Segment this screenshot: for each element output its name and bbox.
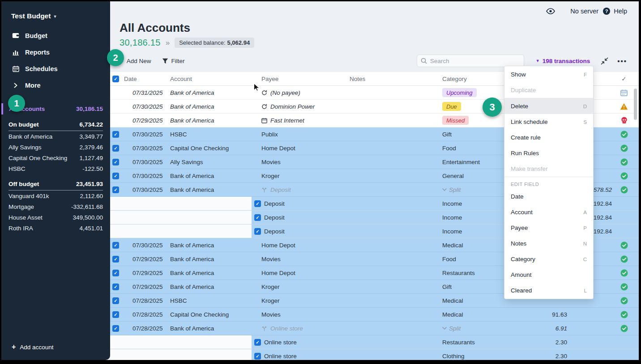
date-value[interactable]: 07/30/2025 xyxy=(122,183,170,196)
date-value[interactable]: 07/30/2025 xyxy=(122,155,170,169)
date-value[interactable]: 07/28/2025 xyxy=(122,308,170,321)
filter-button[interactable]: Filter xyxy=(162,58,185,64)
row-checkbox[interactable] xyxy=(112,186,119,193)
transaction-subrow[interactable]: Online storeClothing2.30 xyxy=(110,349,639,360)
date-value[interactable]: 07/28/2025 xyxy=(122,322,170,335)
date-value[interactable]: 07/29/2025 xyxy=(122,114,170,127)
account-value[interactable]: Bank of America xyxy=(170,100,252,113)
account-value[interactable]: Bank of America xyxy=(170,183,252,196)
notes-value[interactable] xyxy=(346,266,437,279)
menu-item-amount[interactable]: Amount xyxy=(504,267,593,283)
category-value[interactable]: Income xyxy=(442,200,462,207)
menu-item-date[interactable]: Date xyxy=(504,189,593,204)
sidebar-item-account[interactable]: Capital One Checking1,127.49 xyxy=(1,152,110,163)
menu-item-link-schedule[interactable]: Link scheduleS xyxy=(504,114,593,130)
menu-item-notes[interactable]: NotesN xyxy=(504,236,593,251)
account-group-header[interactable]: Off budget23,451.93 xyxy=(9,181,103,190)
date-value[interactable]: 07/31/2025 xyxy=(122,86,170,99)
row-checkbox[interactable] xyxy=(254,200,261,207)
expand-balances-icon[interactable]: » xyxy=(166,38,170,47)
sidebar-item-account[interactable]: HSBC-122.50 xyxy=(1,163,110,174)
column-header-account[interactable]: Account xyxy=(170,72,252,85)
payee-cell[interactable]: Movies xyxy=(252,308,346,321)
row-checkbox[interactable] xyxy=(254,228,261,235)
payee-value[interactable]: Deposit xyxy=(264,228,285,235)
row-checkbox[interactable] xyxy=(112,284,119,290)
date-value[interactable]: 07/30/2025 xyxy=(122,169,170,182)
row-checkbox[interactable] xyxy=(112,145,119,152)
deposit-value[interactable] xyxy=(571,322,615,335)
account-value[interactable]: HSBC xyxy=(170,294,252,307)
category-value[interactable]: Gift xyxy=(442,284,452,290)
sidebar-item-account[interactable]: Ally Savings2,379.46 xyxy=(1,142,110,152)
category-value[interactable]: Clothing xyxy=(442,353,465,360)
row-checkbox[interactable] xyxy=(112,173,119,179)
payee-cell[interactable]: Publix xyxy=(252,127,346,141)
row-checkbox[interactable] xyxy=(254,214,261,221)
payment-value[interactable]: 6.91 xyxy=(504,322,571,335)
account-value[interactable]: Ally Savings xyxy=(170,155,252,169)
budget-switcher[interactable]: Test Budget ▾ xyxy=(1,1,110,23)
sidebar-item-more[interactable]: More xyxy=(1,77,110,93)
collapse-transactions-button[interactable] xyxy=(601,57,608,65)
notes-value[interactable] xyxy=(346,280,437,293)
notes-value[interactable] xyxy=(346,308,437,321)
menu-item-cleared[interactable]: ClearedL xyxy=(504,283,593,298)
account-value[interactable]: Bank of America xyxy=(170,238,252,252)
account-balance[interactable]: 30,186.15 xyxy=(120,38,161,48)
menu-item-category[interactable]: CategoryC xyxy=(504,251,593,267)
notes-value[interactable] xyxy=(346,322,437,335)
transaction-row[interactable]: 07/28/2025Capital One CheckingMoviesMedi… xyxy=(110,308,639,322)
row-checkbox[interactable] xyxy=(112,311,119,318)
transaction-subrow[interactable]: Online storeRestaurants2.30 xyxy=(110,335,639,349)
transactions-count-button[interactable]: ▼ 198 transactions xyxy=(536,58,590,64)
category-value[interactable]: Entertainment xyxy=(442,159,480,165)
account-value[interactable]: Bank of America xyxy=(170,252,252,266)
category-value[interactable]: Restaurants xyxy=(442,270,475,276)
account-value[interactable]: Bank of America xyxy=(170,86,252,99)
column-header-category[interactable]: Category xyxy=(437,72,504,85)
row-checkbox[interactable] xyxy=(112,270,119,276)
sidebar-item-schedules[interactable]: Schedules xyxy=(1,60,110,77)
row-checkbox[interactable] xyxy=(254,339,261,346)
category-value[interactable]: Restaurants xyxy=(442,339,475,346)
payment-value[interactable]: 91.63 xyxy=(504,308,571,321)
column-header-payee[interactable]: Payee xyxy=(252,72,346,85)
sidebar-item-account[interactable]: Vanguard 401k2,112.60 xyxy=(1,190,110,201)
sidebar-item-account[interactable]: Bank of America3,349.77 xyxy=(1,131,110,142)
deposit-value[interactable] xyxy=(571,349,615,360)
payment-value[interactable]: 2.30 xyxy=(504,349,571,360)
deposit-value[interactable] xyxy=(571,308,615,321)
add-new-button[interactable]: + Add New xyxy=(120,57,151,65)
payee-value[interactable]: Online store xyxy=(264,353,297,360)
category-value[interactable]: Income xyxy=(442,228,462,235)
split-category[interactable]: Split xyxy=(442,186,461,193)
row-checkbox[interactable] xyxy=(112,297,119,304)
payee-cell[interactable]: Kroger xyxy=(252,280,346,293)
account-value[interactable]: Bank of America xyxy=(170,169,252,182)
sidebar-item-budget[interactable]: Budget xyxy=(1,27,110,44)
notes-value[interactable] xyxy=(346,100,437,113)
date-value[interactable]: 07/30/2025 xyxy=(122,100,170,113)
payee-cell[interactable]: Dominion Power xyxy=(252,100,346,113)
date-value[interactable]: 07/29/2025 xyxy=(122,266,170,279)
category-value[interactable]: Food xyxy=(442,256,456,262)
row-checkbox[interactable] xyxy=(112,131,119,138)
more-options-button[interactable]: ••• xyxy=(617,57,627,65)
payee-cell[interactable]: (No payee) xyxy=(252,86,346,99)
menu-item-create-rule[interactable]: Create rule xyxy=(504,130,593,145)
privacy-toggle[interactable] xyxy=(546,8,555,14)
payment-value[interactable]: 2.30 xyxy=(504,335,571,349)
row-checkbox[interactable] xyxy=(112,325,119,332)
row-checkbox[interactable] xyxy=(112,256,119,262)
column-header-date[interactable]: Date xyxy=(122,72,170,85)
account-value[interactable]: Bank of America xyxy=(170,322,252,335)
account-value[interactable]: Bank of America xyxy=(170,280,252,293)
notes-value[interactable] xyxy=(346,169,437,182)
split-category[interactable]: Split xyxy=(442,325,461,332)
notes-value[interactable] xyxy=(346,294,437,307)
category-value[interactable]: Food xyxy=(442,145,456,152)
notes-value[interactable] xyxy=(346,183,437,196)
sidebar-item-account[interactable]: House Asset349,500.00 xyxy=(1,212,110,223)
search-input[interactable] xyxy=(417,55,524,67)
